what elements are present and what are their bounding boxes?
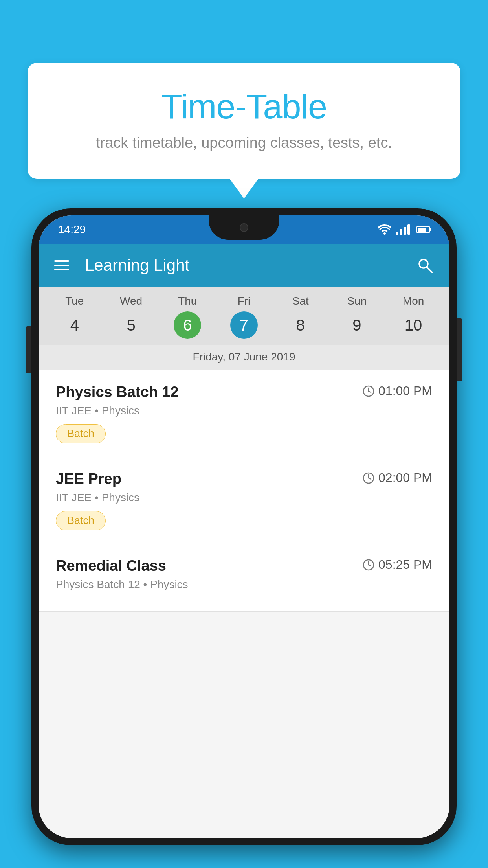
wifi-icon: [378, 224, 391, 235]
day-label-sun: Sun: [347, 295, 367, 307]
day-label-mon: Mon: [403, 295, 424, 307]
bubble-subtitle: track timetable, upcoming classes, tests…: [59, 134, 429, 151]
svg-line-1: [427, 267, 433, 273]
schedule-subtitle-3: Physics Batch 12 • Physics: [56, 578, 432, 591]
day-col-mon[interactable]: Mon 10: [400, 295, 427, 339]
day-number-7: 7: [230, 311, 258, 339]
svg-line-10: [369, 565, 371, 566]
status-icons: [378, 224, 430, 235]
day-number-4: 4: [61, 311, 88, 339]
schedule-item-3[interactable]: Remedial Class 05:25 PM Physics Batch: [39, 544, 449, 612]
clock-icon-2: [363, 472, 374, 484]
speech-bubble-container: Time-Table track timetable, upcoming cla…: [28, 63, 460, 179]
day-col-tue[interactable]: Tue 4: [61, 295, 88, 339]
day-col-sun[interactable]: Sun 9: [343, 295, 371, 339]
batch-tag-2: Batch: [56, 511, 106, 530]
bubble-title: Time-Table: [59, 86, 429, 127]
calendar-header: Tue 4 Wed 5 Thu 6 Fri 7: [39, 287, 449, 370]
schedule-item-2[interactable]: JEE Prep 02:00 PM IIT JEE • Physics: [39, 457, 449, 544]
signal-bars: [396, 224, 410, 235]
schedule-subtitle-2: IIT JEE • Physics: [56, 491, 432, 504]
time-text-3: 05:25 PM: [378, 557, 432, 572]
schedule-title-1: Physics Batch 12: [56, 384, 179, 401]
svg-line-4: [369, 391, 371, 392]
camera-dot: [240, 223, 248, 232]
schedule-row-top-2: JEE Prep 02:00 PM: [56, 471, 432, 487]
app-title: Learning Light: [85, 256, 405, 275]
schedule-title-3: Remedial Class: [56, 557, 166, 574]
day-label-thu: Thu: [178, 295, 197, 307]
batch-tag-1: Batch: [56, 424, 106, 443]
day-label-sat: Sat: [292, 295, 309, 307]
selected-date: Friday, 07 June 2019: [39, 345, 449, 370]
status-time: 14:29: [58, 223, 86, 236]
phone-outer: 14:29: [31, 208, 457, 845]
schedule-row-top-3: Remedial Class 05:25 PM: [56, 557, 432, 574]
phone-wrapper: 14:29: [31, 208, 457, 868]
time-text-2: 02:00 PM: [378, 471, 432, 485]
schedule-item-1[interactable]: Physics Batch 12 01:00 PM IIT JEE • Ph: [39, 370, 449, 457]
day-number-5: 5: [117, 311, 145, 339]
battery-fill: [418, 228, 426, 232]
phone-screen: 14:29: [39, 215, 449, 838]
hamburger-line-3: [54, 269, 69, 270]
hamburger-menu-icon[interactable]: [54, 260, 69, 270]
day-label-tue: Tue: [65, 295, 84, 307]
day-number-6: 6: [174, 311, 201, 339]
day-col-thu[interactable]: Thu 6: [174, 295, 201, 339]
search-icon[interactable]: [416, 257, 434, 274]
day-col-fri[interactable]: Fri 7: [230, 295, 258, 339]
schedule-subtitle-1: IIT JEE • Physics: [56, 405, 432, 417]
schedule-list: Physics Batch 12 01:00 PM IIT JEE • Ph: [39, 370, 449, 838]
day-number-8: 8: [287, 311, 314, 339]
schedule-row-top-1: Physics Batch 12 01:00 PM: [56, 384, 432, 401]
day-col-sat[interactable]: Sat 8: [287, 295, 314, 339]
day-col-wed[interactable]: Wed 5: [117, 295, 145, 339]
day-number-9: 9: [343, 311, 371, 339]
time-text-1: 01:00 PM: [378, 384, 432, 398]
notch: [209, 215, 279, 240]
hamburger-line-2: [54, 265, 69, 266]
app-bar: Learning Light: [39, 244, 449, 287]
phone-inner: 14:29: [39, 215, 449, 838]
schedule-title-2: JEE Prep: [56, 471, 121, 487]
svg-line-7: [369, 478, 371, 479]
clock-icon-3: [363, 559, 374, 571]
schedule-time-3: 05:25 PM: [363, 557, 432, 572]
speech-bubble: Time-Table track timetable, upcoming cla…: [28, 63, 460, 179]
day-label-wed: Wed: [120, 295, 142, 307]
schedule-time-1: 01:00 PM: [363, 384, 432, 398]
days-row: Tue 4 Wed 5 Thu 6 Fri 7: [39, 295, 449, 339]
hamburger-line-1: [54, 260, 69, 262]
status-bar: 14:29: [39, 215, 449, 244]
day-number-10: 10: [400, 311, 427, 339]
day-label-fri: Fri: [238, 295, 251, 307]
battery-icon: [416, 226, 430, 233]
schedule-time-2: 02:00 PM: [363, 471, 432, 485]
clock-icon-1: [363, 385, 374, 397]
